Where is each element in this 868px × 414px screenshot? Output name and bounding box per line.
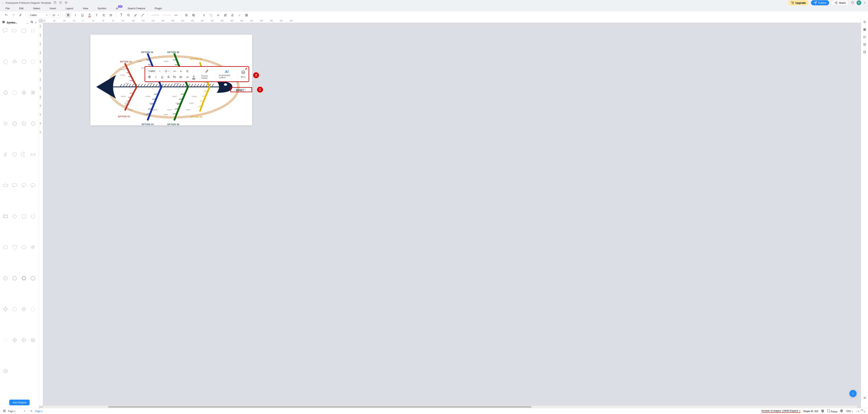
- float-bullet-list-icon[interactable]: [178, 74, 184, 80]
- back-icon[interactable]: ‹: [2, 1, 3, 4]
- canvas[interactable]: OPTION 02OPTION 04OPTION 06OPTION 08OPTI…: [43, 23, 861, 406]
- notes-panel-icon[interactable]: [863, 43, 866, 47]
- shape-scallop[interactable]: [11, 305, 19, 313]
- page-select[interactable]: Page-1▼: [8, 410, 28, 413]
- crop-icon[interactable]: [222, 12, 228, 18]
- text-style-icon[interactable]: T: [94, 12, 99, 18]
- shape-bracket[interactable]: [29, 27, 37, 35]
- float-highlight-icon[interactable]: ab: [185, 74, 190, 80]
- shape-flower[interactable]: [20, 89, 28, 97]
- format-painter-icon[interactable]: [18, 12, 23, 18]
- cause-label[interactable]: cause: [186, 109, 191, 111]
- cause-label[interactable]: cause: [172, 95, 177, 97]
- shape-callout[interactable]: [2, 27, 9, 35]
- cause-label[interactable]: cause: [120, 69, 125, 71]
- option-label[interactable]: OPTION 04: [141, 51, 153, 54]
- connector-icon[interactable]: [140, 12, 145, 18]
- fill-icon[interactable]: [126, 12, 131, 18]
- font-color-icon[interactable]: A: [87, 12, 92, 18]
- cause-label[interactable]: cause: [120, 74, 125, 76]
- expand-button[interactable]: Expand: [790, 410, 798, 412]
- shape-donut[interactable]: [11, 274, 19, 282]
- copy-icon[interactable]: [191, 12, 196, 18]
- shape-square[interactable]: [20, 212, 28, 220]
- cause-label[interactable]: cause: [149, 102, 154, 104]
- focus-label[interactable]: Focus: [831, 410, 837, 413]
- shape-dashed-ring[interactable]: [29, 305, 37, 313]
- option-label[interactable]: OPTION 08: [190, 58, 202, 60]
- option-label[interactable]: OPTION 04: [142, 123, 154, 126]
- underline-icon[interactable]: U: [80, 12, 85, 18]
- search-icon[interactable]: [30, 21, 34, 25]
- cause-label[interactable]: cause: [189, 102, 194, 104]
- shape-clover[interactable]: [29, 89, 37, 97]
- cause-label[interactable]: cause: [146, 95, 150, 97]
- cause-label[interactable]: cause: [163, 113, 168, 115]
- pen-icon[interactable]: [133, 12, 138, 18]
- cause-label[interactable]: cause: [121, 95, 126, 97]
- line-spacing-icon[interactable]: [108, 12, 114, 18]
- cause-label[interactable]: cause: [164, 60, 168, 62]
- shape-thin-ring[interactable]: [29, 274, 37, 282]
- horizontal-scrollbar[interactable]: [43, 406, 857, 408]
- shape-diamond-grid[interactable]: [11, 336, 19, 344]
- cause-label[interactable]: cause: [192, 95, 197, 97]
- open-external-icon[interactable]: [59, 1, 62, 5]
- shape-frame[interactable]: [2, 212, 9, 220]
- menu-symbol[interactable]: Symbol: [98, 7, 106, 10]
- menu-select[interactable]: Select: [33, 7, 40, 10]
- shape-ribbon[interactable]: [29, 150, 37, 159]
- shadow-icon[interactable]: [184, 12, 189, 18]
- panel-dropdown-icon[interactable]: ⌄: [26, 21, 29, 25]
- format-painter-button[interactable]: Format Painter: [200, 68, 214, 80]
- shape-aperture[interactable]: [29, 336, 37, 344]
- shape-oval[interactable]: [20, 243, 28, 251]
- avatar[interactable]: C: [857, 0, 861, 5]
- shape-rounded-dotted[interactable]: [29, 58, 37, 66]
- distribute-icon[interactable]: [215, 12, 221, 18]
- float-font-color-icon[interactable]: A: [191, 74, 196, 80]
- float-numbered-list-icon[interactable]: 12: [172, 74, 178, 80]
- increase-font-icon[interactable]: A+: [172, 68, 178, 74]
- shape-seal[interactable]: [11, 89, 19, 97]
- shape-crown[interactable]: [2, 181, 9, 189]
- align-icon[interactable]: [201, 12, 207, 18]
- pin-icon[interactable]: 📌: [244, 68, 247, 70]
- cause-label[interactable]: cause: [148, 82, 153, 84]
- option-label[interactable]: OPTION 08: [190, 116, 203, 118]
- text-tool-icon[interactable]: T: [119, 12, 124, 18]
- option-label[interactable]: OPTION 06: [167, 123, 179, 126]
- collapse-icon[interactable]: «: [35, 21, 37, 24]
- shape-shield[interactable]: [11, 243, 19, 251]
- more-button[interactable]: More: [239, 69, 247, 79]
- line-ends-icon[interactable]: [173, 12, 179, 18]
- shape-arrow-right[interactable]: [11, 27, 19, 35]
- shape-rhombus[interactable]: [11, 212, 19, 220]
- shape-circle[interactable]: [29, 212, 37, 220]
- add-page-icon[interactable]: +: [30, 409, 33, 413]
- zoom-in-icon[interactable]: +: [858, 410, 859, 413]
- undo-icon[interactable]: [4, 12, 9, 18]
- lock-icon[interactable]: [229, 12, 235, 18]
- star-icon[interactable]: [64, 1, 68, 5]
- cause-label[interactable]: cause: [176, 102, 180, 104]
- cause-label[interactable]: cause: [175, 82, 179, 84]
- shape-gear-ring[interactable]: [20, 305, 28, 313]
- settings-icon[interactable]: [863, 396, 866, 400]
- shape-star6[interactable]: [20, 119, 28, 128]
- shape-lightning[interactable]: [2, 150, 9, 159]
- shape-star-alt[interactable]: [29, 243, 37, 251]
- menu-plugin[interactable]: Plugin: [155, 7, 162, 10]
- float-align-icon[interactable]: [185, 68, 190, 74]
- play-icon[interactable]: [840, 410, 843, 413]
- cause-label[interactable]: cause: [153, 109, 157, 111]
- decrease-font-icon[interactable]: A-: [178, 68, 184, 74]
- menu-layout[interactable]: Layout: [65, 7, 73, 10]
- cause-label[interactable]: cause: [124, 102, 129, 104]
- fill-panel-icon[interactable]: [863, 21, 866, 25]
- cause-label[interactable]: cause: [144, 113, 148, 115]
- cause-label[interactable]: cause: [137, 60, 142, 62]
- shape-ring[interactable]: [2, 274, 9, 282]
- ai-chat-bubble[interactable]: [849, 390, 857, 397]
- library-icon[interactable]: [2, 21, 5, 25]
